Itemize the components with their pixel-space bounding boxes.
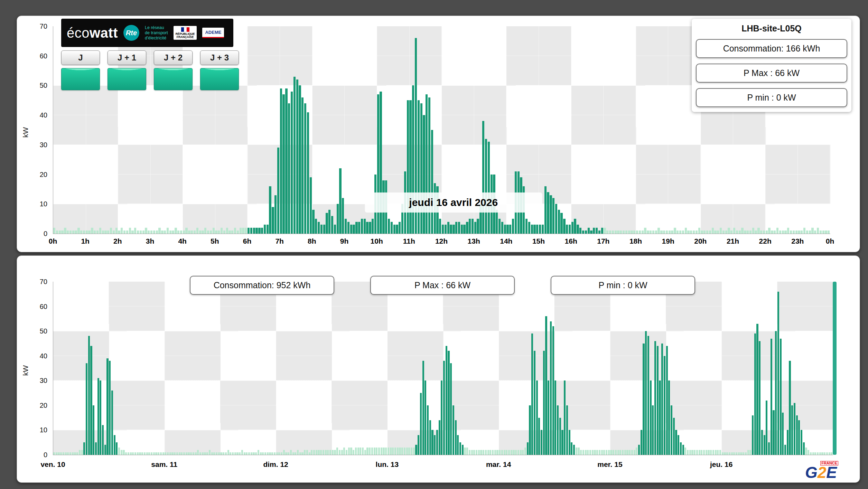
bar [353, 450, 354, 455]
bar [74, 452, 76, 455]
bar [206, 452, 208, 455]
bar [431, 130, 433, 234]
weekly-chart-scrollbar[interactable] [833, 282, 837, 455]
bar [86, 231, 88, 234]
bar [413, 448, 415, 455]
forecast-button-j[interactable]: J [61, 50, 100, 65]
bar [520, 450, 522, 455]
bar [83, 442, 85, 455]
bar [326, 213, 328, 234]
bar [828, 231, 830, 234]
bar [513, 450, 514, 455]
bar [315, 219, 317, 234]
x-tick-label: sam. 11 [151, 460, 177, 469]
bar [269, 186, 271, 234]
y-tick-label: 30 [40, 141, 47, 149]
bar [441, 380, 442, 455]
bar [631, 450, 633, 455]
bar [496, 210, 498, 234]
stat-box: Consommation: 166 kWh [696, 39, 847, 58]
bar [696, 450, 698, 455]
bar [531, 225, 533, 234]
bar [709, 231, 711, 234]
bar [396, 225, 398, 234]
bar [801, 231, 803, 234]
bar [682, 231, 684, 234]
bar [477, 219, 479, 234]
bar [134, 228, 136, 234]
weekly-plot-area[interactable] [53, 282, 833, 455]
bar [69, 452, 71, 455]
bar [194, 231, 196, 234]
bar [768, 228, 770, 234]
bar [596, 450, 598, 455]
ecowatt-wordmark: écowatt [67, 26, 118, 40]
bar [671, 405, 672, 455]
bar [445, 225, 447, 234]
bar [473, 450, 475, 455]
bar [234, 452, 236, 455]
bar [659, 380, 661, 455]
bar [461, 225, 463, 234]
bar [199, 231, 201, 234]
bar [447, 222, 449, 234]
bar [323, 225, 325, 234]
bar [388, 448, 389, 455]
bar [304, 103, 306, 234]
bar [320, 225, 323, 234]
bar [558, 210, 560, 234]
bar [357, 448, 359, 455]
x-tick-label: 20h [694, 237, 707, 245]
forecast-column-j3: J + 3 [200, 50, 239, 90]
bar [676, 231, 679, 234]
bar [228, 231, 231, 234]
bar [669, 231, 671, 234]
bar [824, 452, 825, 455]
bar [165, 452, 166, 455]
x-tick-label: 9h [340, 237, 349, 245]
bar [749, 450, 751, 455]
bar [717, 231, 719, 234]
bar [292, 452, 294, 455]
bar [211, 452, 213, 455]
x-tick-label: mer. 15 [597, 460, 622, 469]
bar [383, 448, 384, 455]
bar [246, 452, 248, 455]
bar [90, 346, 92, 455]
bar [376, 448, 377, 455]
bar [687, 450, 689, 455]
bar [255, 228, 258, 234]
bar [720, 228, 722, 234]
x-tick-label: 16h [565, 237, 577, 245]
bar [722, 452, 724, 455]
bar [577, 225, 579, 234]
bar [462, 445, 464, 455]
bar [204, 228, 206, 234]
bar [536, 225, 538, 234]
bar [819, 452, 821, 455]
bar [295, 452, 296, 455]
x-tick-label: 12h [435, 237, 448, 245]
forecast-button-j1[interactable]: J + 1 [108, 50, 146, 65]
bar [579, 228, 581, 234]
y-tick-label: 30 [40, 377, 47, 385]
bar [652, 405, 654, 455]
republique-text: RÉPUBLIQUE FRANÇAISE [176, 32, 195, 39]
bar [313, 450, 315, 455]
bar [285, 88, 287, 234]
bar [123, 450, 124, 455]
bar [195, 452, 197, 455]
bar [181, 452, 183, 455]
bar [585, 231, 587, 234]
bar [450, 363, 452, 455]
rte-caption-line: d'électricité [145, 36, 168, 41]
bar [91, 228, 93, 234]
forecast-button-j3[interactable]: J + 3 [200, 50, 239, 65]
forecast-button-j2[interactable]: J + 2 [154, 50, 193, 65]
weekly-bars [53, 282, 833, 455]
bar [148, 452, 150, 455]
bar [492, 450, 494, 455]
bar [822, 231, 824, 234]
bar [675, 430, 677, 455]
bar [814, 452, 816, 455]
